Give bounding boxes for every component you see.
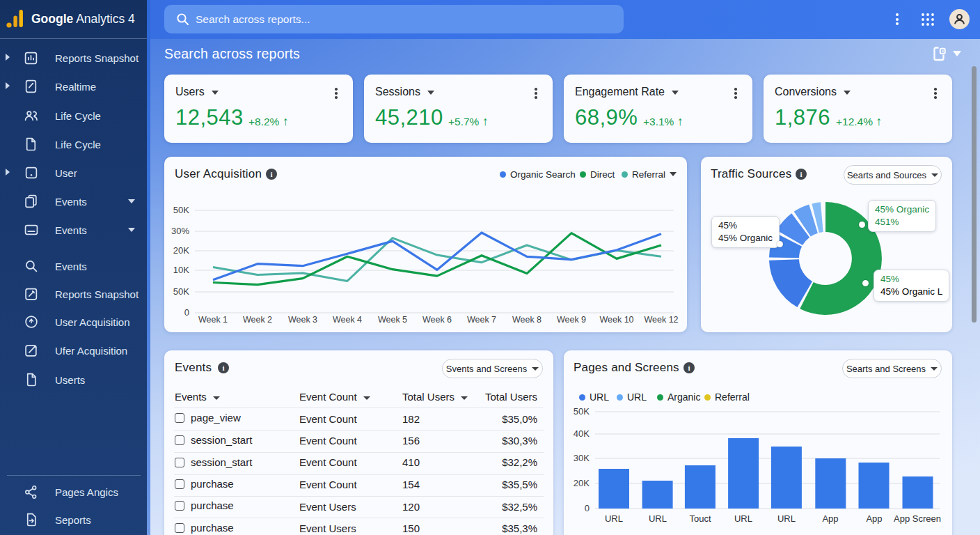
- svg-text:40K: 40K: [574, 428, 590, 439]
- svg-text:20K: 20K: [574, 478, 590, 488]
- svg-text:50K: 50K: [173, 286, 189, 297]
- svg-text:50K: 50K: [173, 205, 189, 215]
- svg-text:Week 12: Week 12: [644, 315, 678, 325]
- svg-text:30K: 30K: [574, 453, 590, 463]
- svg-text:0: 0: [585, 503, 590, 513]
- svg-text:50K: 50K: [574, 406, 590, 417]
- svg-text:URL: URL: [734, 513, 752, 524]
- svg-text:10K: 10K: [173, 265, 189, 275]
- svg-text:Touct: Touct: [689, 513, 711, 524]
- svg-text:Week 2: Week 2: [243, 315, 272, 325]
- svg-text:0: 0: [184, 307, 189, 318]
- svg-text:Week 8: Week 8: [512, 315, 542, 325]
- svg-text:URL: URL: [605, 513, 623, 524]
- svg-text:URL: URL: [649, 513, 667, 524]
- svg-text:URL: URL: [777, 513, 796, 524]
- svg-text:App: App: [822, 513, 838, 524]
- svg-text:Week 1: Week 1: [198, 315, 228, 325]
- svg-text:App Screen: App Screen: [894, 513, 941, 524]
- svg-text:30%: 30%: [171, 226, 189, 236]
- svg-text:Week 3: Week 3: [288, 315, 317, 325]
- svg-text:Week 9: Week 9: [557, 315, 586, 325]
- svg-text:Week 5: Week 5: [378, 315, 407, 325]
- svg-text:20K: 20K: [173, 245, 189, 256]
- svg-text:Week 6: Week 6: [422, 315, 452, 325]
- svg-text:Week 10: Week 10: [599, 315, 633, 325]
- svg-text:App: App: [866, 513, 882, 524]
- svg-text:Week 7: Week 7: [467, 315, 496, 325]
- svg-text:Week 4: Week 4: [333, 315, 362, 325]
